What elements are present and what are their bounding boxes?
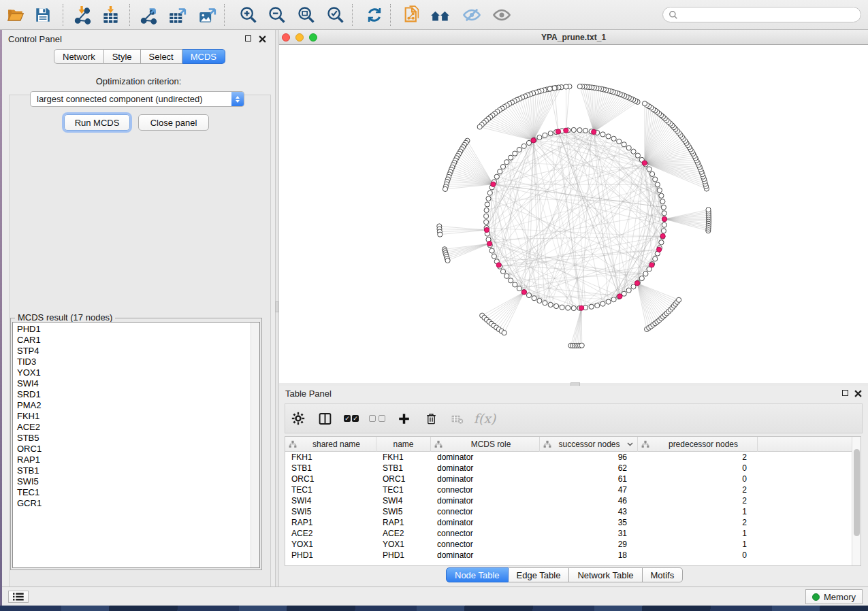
graph-node[interactable] — [509, 278, 513, 283]
graph-node[interactable] — [443, 186, 447, 191]
search-field[interactable] — [662, 7, 861, 22]
table-cell[interactable]: dominator — [431, 518, 540, 527]
graph-node-mcds[interactable] — [491, 182, 496, 186]
mcds-result-item[interactable]: PHD1 — [17, 324, 248, 335]
table-cell[interactable]: connector — [431, 529, 540, 538]
graph-node[interactable] — [662, 222, 666, 227]
tab-network-table[interactable]: Network Table — [569, 567, 642, 582]
graph-node[interactable] — [606, 134, 611, 139]
graph-node[interactable] — [500, 164, 505, 169]
graph-node[interactable] — [504, 160, 509, 165]
column-header-mcds-role[interactable]: MCDS role — [431, 437, 540, 452]
open-file-icon[interactable] — [5, 5, 26, 25]
zoom-out-icon[interactable] — [267, 5, 287, 25]
table-cell[interactable]: 31 — [540, 529, 638, 538]
table-settings-gear-icon[interactable] — [285, 406, 311, 431]
graph-node[interactable] — [706, 208, 711, 212]
graph-node-mcds[interactable] — [617, 294, 622, 299]
table-cell[interactable]: dominator — [431, 474, 540, 484]
mcds-result-item[interactable]: TEC1 — [17, 487, 248, 498]
graph-node[interactable] — [659, 193, 664, 198]
graph-node[interactable] — [526, 293, 531, 297]
table-cell[interactable]: 18 — [540, 550, 638, 560]
zoom-fit-icon[interactable] — [296, 5, 317, 25]
table-scrollbar-thumb[interactable] — [854, 449, 860, 536]
table-cell[interactable]: TEC1 — [376, 485, 431, 495]
graph-node[interactable] — [526, 140, 531, 145]
table-cell[interactable]: ACE2 — [376, 529, 431, 538]
graph-node[interactable] — [564, 84, 568, 89]
graph-node[interactable] — [487, 191, 492, 195]
mcds-result-item[interactable]: CAR1 — [17, 335, 248, 346]
tab-motifs[interactable]: Motifs — [643, 567, 684, 582]
graph-node[interactable] — [548, 131, 553, 136]
table-cell[interactable]: SWI5 — [376, 507, 431, 516]
column-header-name[interactable]: name — [376, 437, 431, 452]
mcds-result-item[interactable]: STB5 — [17, 433, 248, 444]
window-close-icon[interactable] — [282, 33, 290, 42]
graph-node[interactable] — [595, 303, 600, 308]
mcds-result-item[interactable]: SRD1 — [17, 389, 248, 400]
zoom-selected-icon[interactable] — [325, 5, 346, 25]
network-canvas[interactable] — [279, 45, 868, 383]
tab-network[interactable]: Network — [54, 49, 104, 64]
show-column-panel-icon[interactable] — [311, 406, 338, 431]
graph-node[interactable] — [611, 136, 616, 141]
mcds-result-item[interactable]: SWI4 — [17, 378, 248, 389]
graph-node[interactable] — [537, 298, 542, 303]
graph-node-mcds[interactable] — [634, 281, 639, 286]
mcds-result-item[interactable]: TID3 — [17, 357, 248, 367]
table-row[interactable]: SWI4SWI4dominator462 — [285, 495, 852, 506]
graph-node[interactable] — [492, 254, 496, 259]
graph-node[interactable] — [532, 296, 536, 301]
graph-node[interactable] — [547, 86, 552, 91]
save-session-icon[interactable] — [33, 5, 53, 25]
float-panel-icon[interactable] — [245, 35, 253, 43]
tab-mcds[interactable]: MCDS — [182, 49, 225, 64]
mcds-result-item[interactable]: STB1 — [17, 465, 248, 476]
graph-node-mcds[interactable] — [642, 161, 647, 165]
table-cell[interactable]: FKH1 — [376, 452, 431, 462]
table-row[interactable]: SWI5SWI5connector431 — [285, 506, 852, 517]
table-cell[interactable]: dominator — [431, 550, 540, 560]
graph-node[interactable] — [655, 182, 660, 187]
graph-node[interactable] — [552, 86, 557, 90]
graph-node[interactable] — [554, 303, 559, 308]
graph-node[interactable] — [661, 229, 666, 233]
graph-node[interactable] — [445, 258, 450, 263]
graph-node-mcds[interactable] — [579, 306, 584, 310]
graph-node[interactable] — [494, 174, 499, 179]
table-cell[interactable]: ACE2 — [285, 529, 376, 538]
graph-node-mcds[interactable] — [564, 128, 568, 133]
graph-node[interactable] — [660, 199, 665, 204]
close-panel-icon[interactable] — [259, 35, 266, 42]
mcds-result-item[interactable]: ACE2 — [17, 422, 248, 433]
graph-node[interactable] — [521, 144, 526, 148]
table-scrollbar[interactable] — [852, 437, 861, 565]
graph-node[interactable] — [489, 248, 494, 253]
graph-node-mcds[interactable] — [662, 216, 666, 221]
column-header-shared-name[interactable]: shared name — [285, 437, 376, 452]
graph-node[interactable] — [513, 151, 517, 156]
table-cell[interactable]: 35 — [540, 518, 638, 527]
graph-node[interactable] — [661, 205, 666, 210]
export-table-icon[interactable] — [167, 5, 187, 25]
close-panel-button[interactable]: Close panel — [138, 114, 209, 131]
graph-node-mcds[interactable] — [487, 242, 492, 246]
run-mcds-button[interactable]: Run MCDS — [64, 114, 130, 131]
graph-node[interactable] — [500, 269, 505, 274]
column-header-predecessor-nodes[interactable]: predecessor nodes — [638, 437, 758, 452]
table-row[interactable]: YOX1YOX1connector291 — [285, 539, 852, 550]
graph-node[interactable] — [635, 153, 640, 158]
tab-select[interactable]: Select — [141, 49, 182, 64]
search-input[interactable] — [681, 10, 852, 20]
graph-node[interactable] — [560, 305, 564, 310]
table-cell[interactable]: 46 — [540, 496, 638, 506]
graph-node-mcds[interactable] — [556, 129, 560, 134]
mcds-result-item[interactable]: STP4 — [17, 346, 248, 357]
graph-node-mcds[interactable] — [649, 263, 654, 267]
graph-node[interactable] — [606, 299, 611, 304]
table-cell[interactable]: dominator — [431, 463, 540, 473]
table-cell[interactable]: 47 — [540, 485, 638, 495]
deselect-all-columns-icon[interactable] — [364, 406, 390, 431]
